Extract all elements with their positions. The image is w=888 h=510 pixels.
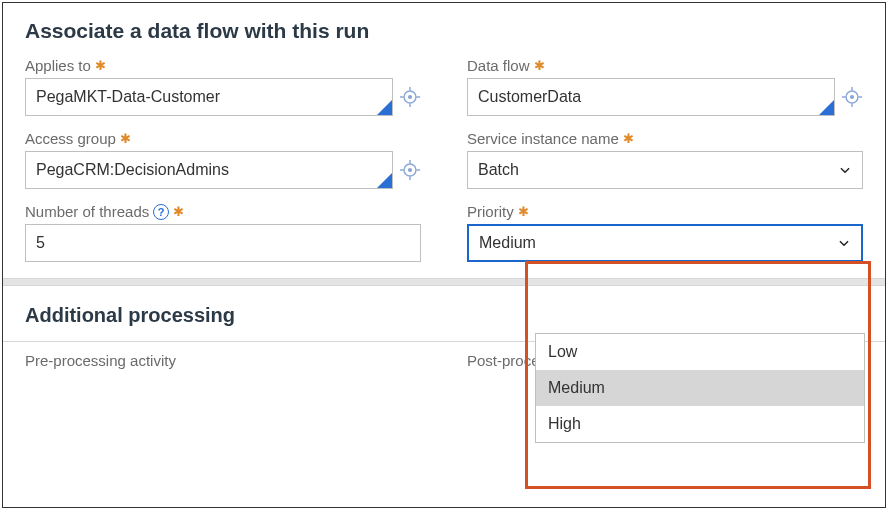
crosshair-icon[interactable] — [841, 86, 863, 108]
required-star-icon: ✱ — [518, 205, 529, 218]
label-data-flow: Data flow ✱ — [467, 57, 863, 74]
label-priority: Priority ✱ — [467, 203, 863, 220]
label-service-instance: Service instance name ✱ — [467, 130, 863, 147]
fields-grid: Applies to ✱ Data flow ✱ — [3, 53, 885, 278]
form-panel: Associate a data flow with this run Appl… — [2, 2, 886, 508]
chevron-down-icon — [838, 163, 852, 177]
label-text: Pre-processing activity — [25, 352, 176, 369]
field-threads: Number of threads ? ✱ — [25, 203, 421, 262]
required-star-icon: ✱ — [95, 59, 106, 72]
field-applies-to: Applies to ✱ — [25, 57, 421, 116]
service-instance-select[interactable]: Batch — [467, 151, 863, 189]
label-text: Applies to — [25, 57, 91, 74]
priority-option-high[interactable]: High — [536, 406, 864, 442]
crosshair-icon[interactable] — [399, 86, 421, 108]
required-star-icon: ✱ — [534, 59, 545, 72]
applies-to-input[interactable] — [25, 78, 393, 116]
label-access-group: Access group ✱ — [25, 130, 421, 147]
access-group-input[interactable] — [25, 151, 393, 189]
svg-point-13 — [409, 169, 412, 172]
data-flow-input[interactable] — [467, 78, 835, 116]
priority-option-low[interactable]: Low — [536, 334, 864, 370]
section-title-associate: Associate a data flow with this run — [3, 3, 885, 53]
required-star-icon: ✱ — [623, 132, 634, 145]
field-service-instance: Service instance name ✱ Batch — [467, 130, 863, 189]
svg-point-1 — [409, 96, 412, 99]
label-text: Priority — [467, 203, 514, 220]
help-icon[interactable]: ? — [153, 204, 169, 220]
crosshair-icon[interactable] — [399, 159, 421, 181]
field-access-group: Access group ✱ — [25, 130, 421, 189]
label-text: Service instance name — [467, 130, 619, 147]
chevron-down-icon — [837, 236, 851, 250]
priority-dropdown[interactable]: Low Medium High — [535, 333, 865, 443]
field-data-flow: Data flow ✱ — [467, 57, 863, 116]
label-applies-to: Applies to ✱ — [25, 57, 421, 74]
threads-input[interactable] — [25, 224, 421, 262]
section-divider — [3, 278, 885, 286]
label-text: Data flow — [467, 57, 530, 74]
select-value: Medium — [479, 234, 536, 252]
svg-point-7 — [851, 96, 854, 99]
priority-select[interactable]: Medium — [467, 224, 863, 262]
field-priority: Priority ✱ Medium — [467, 203, 863, 262]
label-threads: Number of threads ? ✱ — [25, 203, 421, 220]
label-text: Access group — [25, 130, 116, 147]
label-pre-processing: Pre-processing activity — [25, 348, 421, 369]
select-value: Batch — [478, 161, 519, 179]
required-star-icon: ✱ — [173, 205, 184, 218]
required-star-icon: ✱ — [120, 132, 131, 145]
priority-option-medium[interactable]: Medium — [536, 370, 864, 406]
label-text: Number of threads — [25, 203, 149, 220]
